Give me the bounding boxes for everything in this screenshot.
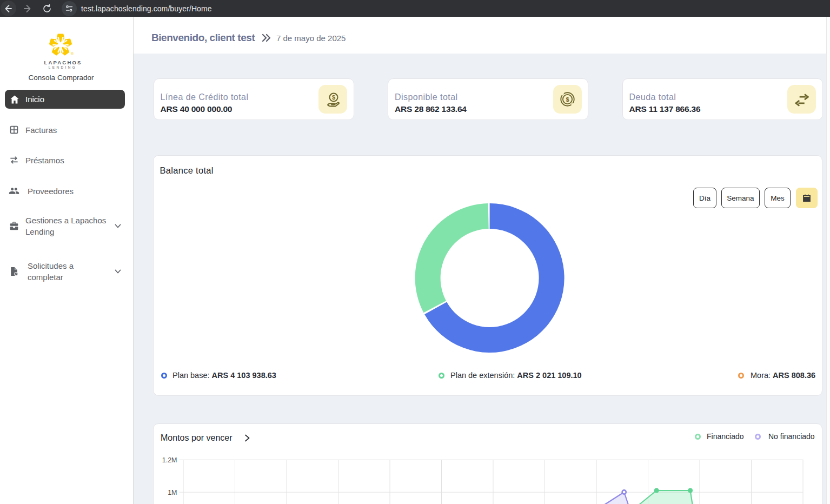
svg-text:$: $	[566, 96, 569, 103]
svg-text:1M: 1M	[168, 489, 177, 496]
svg-text:$: $	[331, 94, 335, 101]
svg-text:1.2M: 1.2M	[162, 456, 177, 464]
